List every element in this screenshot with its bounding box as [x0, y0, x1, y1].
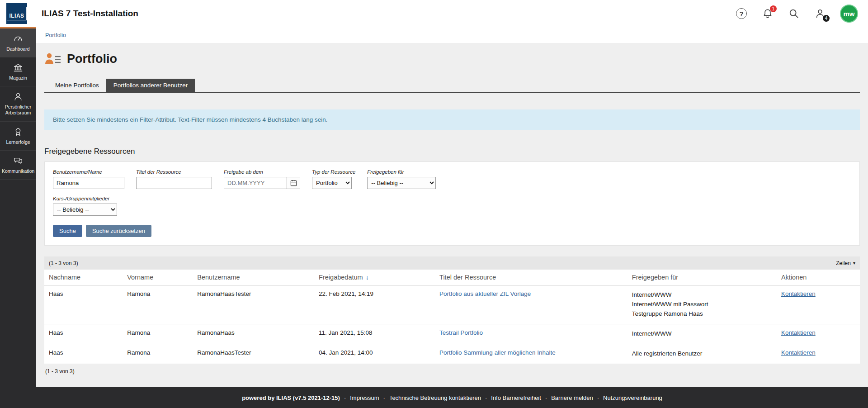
column-header-aktionen: Aktionen — [777, 270, 860, 285]
share-date-input[interactable] — [224, 177, 287, 189]
contacts-badge: 4 — [823, 15, 830, 22]
portfolio-icon — [44, 52, 61, 66]
cell-benutzername: RamonaHaasTester — [193, 344, 314, 364]
contacts-button[interactable]: 4 — [814, 7, 826, 20]
section-title: Freigegebene Ressourcen — [44, 147, 860, 156]
calendar-icon — [290, 180, 297, 186]
footer-link-betreuung[interactable]: Technische Betreuung kontaktieren — [389, 394, 481, 401]
powered-by-text: powered by ILIAS (v7.5 2021-12-15) — [242, 394, 340, 401]
cell-freigegeben-fuer: Alle registrierten Benutzer — [627, 344, 777, 364]
communication-icon — [13, 156, 23, 166]
pagination-top: (1 - 3 von 3) — [49, 260, 78, 266]
filter-row-1: Benutzername/Name Titel der Ressource Fr… — [53, 169, 851, 189]
breadcrumb-item-portfolio[interactable]: Portfolio — [45, 32, 66, 38]
sidebar-item-magazin[interactable]: Magazin — [0, 57, 36, 86]
footer-link-barrierefreiheit[interactable]: Info Barrierefreiheit — [491, 394, 541, 401]
sidebar-item-label: Magazin — [2, 75, 34, 81]
kontaktieren-link[interactable]: Kontaktieren — [781, 290, 816, 297]
cell-freigabedatum: 11. Jan 2021, 15:08 — [314, 324, 435, 344]
cell-vorname: Ramona — [123, 344, 193, 364]
help-icon: ? — [736, 8, 747, 19]
share-date-label: Freigabe ab dem — [224, 169, 300, 175]
table-toolbar: (1 - 3 von 3) Zeilen ▾ — [44, 256, 860, 270]
cell-freigegeben-fuer: Internet/WWW — [627, 324, 777, 344]
column-header-nachname: Nachname — [44, 270, 123, 285]
resource-title-input[interactable] — [136, 177, 212, 189]
shared-for-select[interactable]: -- Beliebig -- — [367, 177, 436, 189]
filter-field-username: Benutzername/Name — [53, 169, 124, 189]
resource-type-label: Typ der Ressource — [312, 169, 355, 175]
notifications-button[interactable]: 1 — [761, 7, 774, 20]
cell-aktionen: Kontaktieren — [777, 324, 860, 344]
page-header: Portfolio — [44, 52, 860, 66]
tab-bar: Meine Portfolios Portfolios anderer Benu… — [44, 79, 860, 93]
filter-field-course-members: Kurs-/Gruppenmitglieder -- Beliebig -- — [53, 196, 117, 216]
rows-dropdown[interactable]: Zeilen ▾ — [836, 260, 855, 266]
cell-aktionen: Kontaktieren — [777, 285, 860, 324]
sidebar-item-arbeitsraum[interactable]: Persönlicher Arbeitsraum — [0, 86, 36, 121]
sidebar-item-lernerfolge[interactable]: Lernerfolge — [0, 122, 36, 151]
notifications-badge: 1 — [770, 5, 777, 12]
search-button-filter[interactable]: Suche — [53, 225, 82, 237]
resource-title-label: Titel der Ressource — [136, 169, 212, 175]
info-message: Bitte setzen Sie mindestens ein Filter-A… — [44, 109, 860, 130]
cell-vorname: Ramona — [123, 324, 193, 344]
shared-resources-table: Nachname Vorname Benutzername Freigabeda… — [44, 270, 860, 364]
tab-portfolios-anderer-benutzer[interactable]: Portfolios anderer Benutzer — [106, 79, 195, 92]
cell-nachname: Haas — [44, 344, 123, 364]
share-target: Alle registrierten Benutzer — [632, 349, 772, 359]
ilias-logo[interactable]: ILIAS — [6, 3, 27, 24]
kontaktieren-link[interactable]: Kontaktieren — [781, 329, 816, 336]
sidebar-item-dashboard[interactable]: Dashboard — [0, 27, 36, 57]
resource-link[interactable]: Testrail Portfolio — [439, 329, 483, 336]
cell-nachname: Haas — [44, 285, 123, 324]
calendar-button[interactable] — [287, 177, 300, 189]
sidebar-item-label: Dashboard — [2, 46, 34, 52]
footer-link-impressum[interactable]: Impressum — [350, 394, 379, 401]
help-button[interactable]: ? — [735, 7, 748, 20]
pagination-bottom: (1 - 3 von 3) — [44, 364, 860, 379]
resource-type-select[interactable]: Portfolio — [312, 177, 352, 189]
table-row: Haas Ramona RamonaHaasTester 04. Jan 202… — [44, 344, 860, 364]
search-button[interactable] — [788, 7, 800, 20]
filter-field-resource-type: Typ der Ressource Portfolio — [312, 169, 355, 189]
footer-separator: · — [383, 394, 385, 401]
reset-search-button[interactable]: Suche zurücksetzen — [86, 225, 151, 237]
sidebar-item-label: Kommunikation — [2, 168, 34, 174]
column-header-label: Freigabedatum — [319, 274, 363, 281]
cell-freigabedatum: 22. Feb 2021, 14:19 — [314, 285, 435, 324]
share-target: Internet/WWW mit Passwort — [632, 300, 772, 309]
cell-titel: Portfolio Sammlung aller möglichen Inhal… — [435, 344, 627, 364]
sidebar-item-label: Lernerfolge — [2, 139, 34, 145]
username-input[interactable] — [53, 177, 124, 189]
personal-workspace-icon — [13, 92, 23, 102]
cell-freigegeben-fuer: Internet/WWW Internet/WWW mit Passwort T… — [627, 285, 777, 324]
kontaktieren-link[interactable]: Kontaktieren — [781, 349, 816, 356]
footer-separator: · — [344, 394, 346, 401]
column-header-vorname: Vorname — [123, 270, 193, 285]
achievements-icon — [13, 127, 23, 137]
user-avatar[interactable]: mw — [840, 5, 858, 23]
username-label: Benutzername/Name — [53, 169, 124, 175]
filter-panel: Benutzername/Name Titel der Ressource Fr… — [44, 161, 860, 246]
cell-nachname: Haas — [44, 324, 123, 344]
course-members-label: Kurs-/Gruppenmitglieder — [53, 196, 117, 201]
footer-link-barriere-melden[interactable]: Barriere melden — [551, 394, 593, 401]
course-members-select[interactable]: -- Beliebig -- — [53, 204, 117, 216]
table-row: Haas Ramona RamonaHaas 11. Jan 2021, 15:… — [44, 324, 860, 344]
resource-link[interactable]: Portfolio aus aktueller ZfL Vorlage — [439, 290, 531, 297]
filter-buttons: Suche Suche zurücksetzen — [53, 225, 851, 237]
cell-benutzername: RamonaHaas — [193, 324, 314, 344]
tab-meine-portfolios[interactable]: Meine Portfolios — [48, 79, 106, 92]
footer-link-nutzungsvereinbarung[interactable]: Nutzungsvereinbarung — [603, 394, 662, 401]
column-header-benutzername: Benutzername — [193, 270, 314, 285]
cell-vorname: Ramona — [123, 285, 193, 324]
sidebar-item-kommunikation[interactable]: Kommunikation — [0, 151, 36, 180]
breadcrumb: Portfolio — [36, 27, 868, 43]
column-header-freigabedatum[interactable]: Freigabedatum↓ — [314, 270, 435, 285]
resource-link[interactable]: Portfolio Sammlung aller möglichen Inhal… — [439, 349, 556, 356]
cell-titel: Portfolio aus aktueller ZfL Vorlage — [435, 285, 627, 324]
footer: powered by ILIAS (v7.5 2021-12-15) · Imp… — [36, 387, 868, 408]
date-input-group — [224, 177, 300, 189]
top-bar: ILIAS ILIAS 7 Test-Installation ? 1 — [0, 0, 868, 27]
